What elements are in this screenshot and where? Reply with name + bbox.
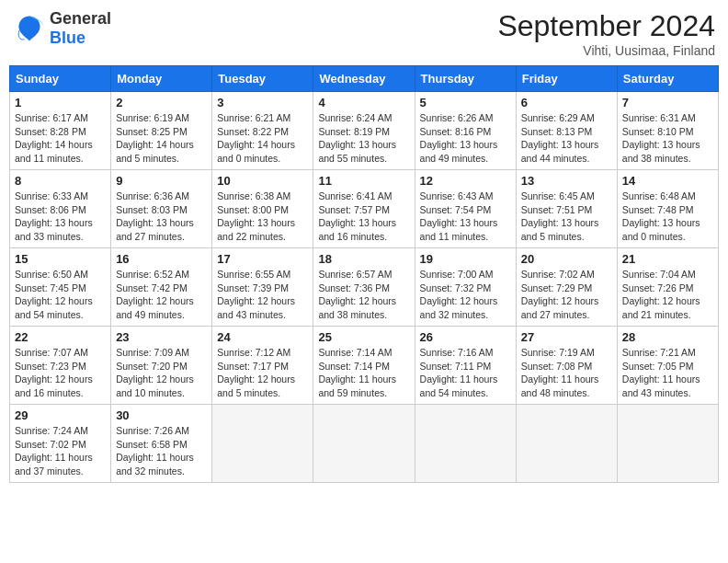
week-row-5: 29 Sunrise: 7:24 AM Sunset: 7:02 PM Dayl… xyxy=(10,405,719,483)
calendar-header-row: Sunday Monday Tuesday Wednesday Thursday… xyxy=(10,66,719,92)
logo-icon xyxy=(13,12,46,45)
day-info: Sunrise: 7:07 AM Sunset: 7:23 PM Dayligh… xyxy=(15,346,106,400)
col-thursday: Thursday xyxy=(415,66,516,92)
calendar-cell: 6 Sunrise: 6:29 AM Sunset: 8:13 PM Dayli… xyxy=(516,92,617,170)
day-info: Sunrise: 6:33 AM Sunset: 8:06 PM Dayligh… xyxy=(15,190,106,244)
day-number: 20 xyxy=(521,252,612,266)
col-wednesday: Wednesday xyxy=(313,66,415,92)
day-info: Sunrise: 7:00 AM Sunset: 7:32 PM Dayligh… xyxy=(420,268,511,322)
calendar-cell: 8 Sunrise: 6:33 AM Sunset: 8:06 PM Dayli… xyxy=(10,170,111,248)
day-number: 29 xyxy=(15,408,106,422)
day-number: 16 xyxy=(116,252,207,266)
calendar-cell: 9 Sunrise: 6:36 AM Sunset: 8:03 PM Dayli… xyxy=(111,170,212,248)
day-info: Sunrise: 6:24 AM Sunset: 8:19 PM Dayligh… xyxy=(318,111,409,166)
calendar-cell: 2 Sunrise: 6:19 AM Sunset: 8:25 PM Dayli… xyxy=(111,92,212,170)
day-number: 18 xyxy=(318,252,409,266)
day-info: Sunrise: 6:21 AM Sunset: 8:22 PM Dayligh… xyxy=(217,111,308,166)
page-header: General Blue September 2024 Vihti, Uusim… xyxy=(9,9,719,58)
calendar-table: Sunday Monday Tuesday Wednesday Thursday… xyxy=(9,65,719,483)
calendar-cell: 14 Sunrise: 6:48 AM Sunset: 7:48 PM Dayl… xyxy=(617,170,718,248)
day-info: Sunrise: 7:19 AM Sunset: 7:08 PM Dayligh… xyxy=(521,346,612,400)
calendar-cell: 16 Sunrise: 6:52 AM Sunset: 7:42 PM Dayl… xyxy=(111,248,212,327)
day-number: 11 xyxy=(318,174,409,188)
week-row-4: 22 Sunrise: 7:07 AM Sunset: 7:23 PM Dayl… xyxy=(10,327,719,405)
week-row-3: 15 Sunrise: 6:50 AM Sunset: 7:45 PM Dayl… xyxy=(10,248,719,327)
week-row-1: 1 Sunrise: 6:17 AM Sunset: 8:28 PM Dayli… xyxy=(10,92,719,170)
day-info: Sunrise: 7:21 AM Sunset: 7:05 PM Dayligh… xyxy=(622,346,713,400)
calendar-cell: 29 Sunrise: 7:24 AM Sunset: 7:02 PM Dayl… xyxy=(10,405,111,483)
day-number: 12 xyxy=(420,174,511,188)
day-number: 27 xyxy=(521,330,612,344)
day-number: 26 xyxy=(420,330,511,344)
day-info: Sunrise: 7:12 AM Sunset: 7:17 PM Dayligh… xyxy=(217,346,308,400)
col-friday: Friday xyxy=(516,66,617,92)
calendar-cell: 7 Sunrise: 6:31 AM Sunset: 8:10 PM Dayli… xyxy=(617,92,718,170)
calendar-cell: 30 Sunrise: 7:26 AM Sunset: 6:58 PM Dayl… xyxy=(111,405,212,483)
location-title: Vihti, Uusimaa, Finland xyxy=(497,43,715,58)
day-number: 17 xyxy=(217,252,308,266)
day-number: 3 xyxy=(217,96,308,109)
calendar-cell: 22 Sunrise: 7:07 AM Sunset: 7:23 PM Dayl… xyxy=(10,327,111,405)
day-info: Sunrise: 6:52 AM Sunset: 7:42 PM Dayligh… xyxy=(116,268,207,322)
calendar-cell: 13 Sunrise: 6:45 AM Sunset: 7:51 PM Dayl… xyxy=(516,170,617,248)
calendar-cell: 23 Sunrise: 7:09 AM Sunset: 7:20 PM Dayl… xyxy=(111,327,212,405)
calendar-cell: 20 Sunrise: 7:02 AM Sunset: 7:29 PM Dayl… xyxy=(516,248,617,327)
day-number: 21 xyxy=(622,252,713,266)
calendar-cell: 24 Sunrise: 7:12 AM Sunset: 7:17 PM Dayl… xyxy=(212,327,313,405)
day-info: Sunrise: 7:09 AM Sunset: 7:20 PM Dayligh… xyxy=(116,346,207,400)
calendar-cell xyxy=(617,405,718,483)
calendar-cell: 15 Sunrise: 6:50 AM Sunset: 7:45 PM Dayl… xyxy=(10,248,111,327)
calendar-cell: 17 Sunrise: 6:55 AM Sunset: 7:39 PM Dayl… xyxy=(212,248,313,327)
day-number: 9 xyxy=(116,174,207,188)
day-info: Sunrise: 6:19 AM Sunset: 8:25 PM Dayligh… xyxy=(116,111,207,166)
calendar-cell xyxy=(415,405,516,483)
calendar-cell: 26 Sunrise: 7:16 AM Sunset: 7:11 PM Dayl… xyxy=(415,327,516,405)
day-number: 7 xyxy=(622,96,713,109)
day-number: 4 xyxy=(318,96,409,109)
month-title: September 2024 xyxy=(497,9,715,43)
week-row-2: 8 Sunrise: 6:33 AM Sunset: 8:06 PM Dayli… xyxy=(10,170,719,248)
calendar-cell: 11 Sunrise: 6:41 AM Sunset: 7:57 PM Dayl… xyxy=(313,170,415,248)
calendar-cell: 3 Sunrise: 6:21 AM Sunset: 8:22 PM Dayli… xyxy=(212,92,313,170)
day-number: 30 xyxy=(116,408,207,422)
day-info: Sunrise: 7:16 AM Sunset: 7:11 PM Dayligh… xyxy=(420,346,511,400)
calendar-cell: 21 Sunrise: 7:04 AM Sunset: 7:26 PM Dayl… xyxy=(617,248,718,327)
day-info: Sunrise: 7:14 AM Sunset: 7:14 PM Dayligh… xyxy=(318,346,409,400)
col-monday: Monday xyxy=(111,66,212,92)
calendar-cell xyxy=(313,405,415,483)
day-number: 24 xyxy=(217,330,308,344)
calendar-cell: 10 Sunrise: 6:38 AM Sunset: 8:00 PM Dayl… xyxy=(212,170,313,248)
day-info: Sunrise: 6:29 AM Sunset: 8:13 PM Dayligh… xyxy=(521,111,612,166)
day-info: Sunrise: 6:26 AM Sunset: 8:16 PM Dayligh… xyxy=(420,111,511,166)
calendar-cell: 19 Sunrise: 7:00 AM Sunset: 7:32 PM Dayl… xyxy=(415,248,516,327)
day-info: Sunrise: 6:57 AM Sunset: 7:36 PM Dayligh… xyxy=(318,268,409,322)
calendar-cell: 1 Sunrise: 6:17 AM Sunset: 8:28 PM Dayli… xyxy=(10,92,111,170)
day-number: 23 xyxy=(116,330,207,344)
calendar-cell: 25 Sunrise: 7:14 AM Sunset: 7:14 PM Dayl… xyxy=(313,327,415,405)
day-info: Sunrise: 6:36 AM Sunset: 8:03 PM Dayligh… xyxy=(116,190,207,244)
calendar-cell: 5 Sunrise: 6:26 AM Sunset: 8:16 PM Dayli… xyxy=(415,92,516,170)
day-number: 25 xyxy=(318,330,409,344)
day-info: Sunrise: 6:55 AM Sunset: 7:39 PM Dayligh… xyxy=(217,268,308,322)
day-info: Sunrise: 7:04 AM Sunset: 7:26 PM Dayligh… xyxy=(622,268,713,322)
day-info: Sunrise: 6:50 AM Sunset: 7:45 PM Dayligh… xyxy=(15,268,106,322)
day-number: 15 xyxy=(15,252,106,266)
col-tuesday: Tuesday xyxy=(212,66,313,92)
day-number: 5 xyxy=(420,96,511,109)
calendar-cell: 18 Sunrise: 6:57 AM Sunset: 7:36 PM Dayl… xyxy=(313,248,415,327)
calendar-cell: 28 Sunrise: 7:21 AM Sunset: 7:05 PM Dayl… xyxy=(617,327,718,405)
day-info: Sunrise: 6:31 AM Sunset: 8:10 PM Dayligh… xyxy=(622,111,713,166)
logo: General Blue xyxy=(13,9,111,48)
day-info: Sunrise: 7:02 AM Sunset: 7:29 PM Dayligh… xyxy=(521,268,612,322)
calendar-cell: 27 Sunrise: 7:19 AM Sunset: 7:08 PM Dayl… xyxy=(516,327,617,405)
day-number: 28 xyxy=(622,330,713,344)
calendar-cell: 4 Sunrise: 6:24 AM Sunset: 8:19 PM Dayli… xyxy=(313,92,415,170)
day-info: Sunrise: 6:41 AM Sunset: 7:57 PM Dayligh… xyxy=(318,190,409,244)
day-info: Sunrise: 6:38 AM Sunset: 8:00 PM Dayligh… xyxy=(217,190,308,244)
day-info: Sunrise: 7:24 AM Sunset: 7:02 PM Dayligh… xyxy=(15,424,106,478)
calendar-cell xyxy=(516,405,617,483)
day-number: 22 xyxy=(15,330,106,344)
day-number: 2 xyxy=(116,96,207,109)
col-sunday: Sunday xyxy=(10,66,111,92)
day-info: Sunrise: 6:17 AM Sunset: 8:28 PM Dayligh… xyxy=(15,111,106,166)
